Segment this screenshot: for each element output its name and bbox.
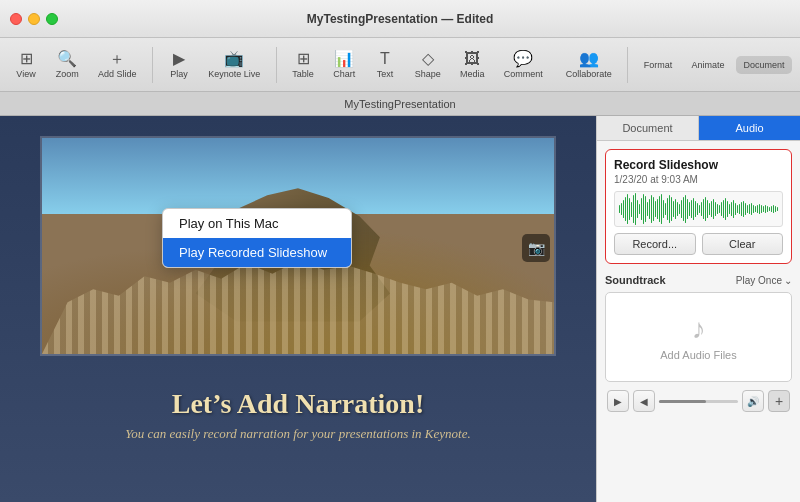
play-label: Play: [170, 69, 188, 79]
waveform-bar: [725, 198, 726, 220]
waveform-bar: [723, 200, 724, 218]
close-button[interactable]: [10, 13, 22, 25]
shape-icon: ◇: [422, 51, 434, 67]
slide-text-area: Let’s Add Narration! You can easily reco…: [0, 388, 596, 442]
text-icon: T: [380, 51, 390, 67]
play-once-select[interactable]: Play Once ⌄: [736, 275, 792, 286]
add-slide-icon: ＋: [109, 51, 125, 67]
waveform-bar: [629, 198, 630, 220]
waveform-bar: [689, 202, 690, 216]
waveform-bar: [733, 200, 734, 218]
animate-label: Animate: [691, 60, 724, 70]
waveform-bar: [675, 199, 676, 219]
record-section: Record Slideshow 1/23/20 at 9:03 AM Reco…: [605, 149, 792, 264]
waveform-bar: [705, 197, 706, 221]
add-audio-button[interactable]: +: [768, 390, 790, 412]
waveform-bar: [757, 205, 758, 213]
waveform-bar: [649, 199, 650, 219]
zoom-button[interactable]: 🔍 Zoom: [48, 47, 86, 83]
audio-files-area: ♪ Add Audio Files: [605, 292, 792, 382]
keynote-live-button[interactable]: 📺 Keynote Live: [201, 47, 268, 83]
waveform-area: [614, 191, 783, 227]
waveform-bar: [683, 197, 684, 221]
play-once-label: Play Once: [736, 275, 782, 286]
waveform-bar: [719, 205, 720, 213]
waveform-bar: [681, 200, 682, 218]
waveform-bar: [731, 202, 732, 216]
minimize-button[interactable]: [28, 13, 40, 25]
waveform-bar: [747, 205, 748, 213]
waveform-bar: [619, 205, 620, 213]
zoom-label: Zoom: [56, 69, 79, 79]
waveform-bar: [753, 205, 754, 213]
add-slide-button[interactable]: ＋ Add Slide: [90, 47, 144, 83]
collaborate-icon: 👥: [579, 51, 599, 67]
format-button[interactable]: Format: [636, 56, 680, 74]
animate-button[interactable]: Animate: [684, 56, 732, 74]
table-button[interactable]: ⊞ Table: [285, 47, 322, 83]
waveform-bar: [775, 206, 776, 212]
tab-audio[interactable]: Audio: [699, 116, 800, 140]
waveform-bar: [663, 200, 664, 218]
soundtrack-section: Soundtrack Play Once ⌄ ♪ Add Audio Files…: [605, 274, 792, 412]
shape-button[interactable]: ◇ Shape: [407, 47, 448, 83]
zoom-icon: 🔍: [57, 51, 77, 67]
play-icon: ▶: [173, 51, 185, 67]
view-icon: ⊞: [20, 51, 33, 67]
waveform-bar: [631, 202, 632, 217]
record-title: Record Slideshow: [614, 158, 783, 172]
view-label: View: [16, 69, 35, 79]
separator-2: [276, 47, 277, 83]
waveform-bar: [661, 194, 662, 224]
maximize-button[interactable]: [46, 13, 58, 25]
view-button[interactable]: ⊞ View: [8, 47, 44, 83]
camera-icon[interactable]: 📷: [522, 234, 550, 262]
slide-title: Let’s Add Narration!: [0, 388, 596, 420]
record-button[interactable]: Record...: [614, 233, 696, 255]
waveform-bar: [709, 203, 710, 215]
separator-3: [627, 47, 628, 83]
waveform-bar: [711, 201, 712, 217]
table-icon: ⊞: [297, 51, 310, 67]
waveform-bar: [699, 205, 700, 213]
volume-slider[interactable]: [659, 400, 738, 403]
waveform-bar: [687, 199, 688, 219]
waveform-bar: [667, 198, 668, 220]
dropdown-item-2[interactable]: Play Recorded Slideshow: [163, 238, 351, 267]
waveform-bar: [659, 196, 660, 222]
chart-button[interactable]: 📊 Chart: [326, 47, 363, 83]
waveform-bar: [773, 205, 774, 213]
text-label: Text: [377, 69, 394, 79]
chart-icon: 📊: [334, 51, 354, 67]
text-button[interactable]: T Text: [367, 47, 403, 83]
waveform-bar: [755, 206, 756, 212]
media-button[interactable]: 🖼 Media: [452, 47, 492, 83]
waveform-bar: [729, 204, 730, 214]
play-button[interactable]: ▶ Play: [161, 47, 197, 83]
comment-button[interactable]: 💬 Comment: [496, 47, 550, 83]
waveform-bar: [741, 202, 742, 216]
clear-button[interactable]: Clear: [702, 233, 784, 255]
collaborate-button[interactable]: 👥 Collaborate: [558, 47, 619, 83]
waveform-bar: [639, 204, 640, 214]
waveform-bar: [671, 197, 672, 221]
waveform-bar: [653, 197, 654, 221]
right-panel: Document Audio Record Slideshow 1/23/20 …: [596, 116, 800, 502]
tab-document[interactable]: Document: [597, 116, 699, 140]
waveform-bar: [695, 201, 696, 217]
waveform-bar: [721, 202, 722, 216]
toolbar: ⊞ View 🔍 Zoom ＋ Add Slide ▶ Play 📺 Keyno…: [0, 38, 800, 92]
waveform-bar: [745, 203, 746, 215]
play-ctrl-button[interactable]: ▶: [607, 390, 629, 412]
collaborate-label: Collaborate: [566, 69, 612, 79]
music-icon: ♪: [692, 313, 706, 345]
waveform-bar: [655, 201, 656, 217]
record-date: 1/23/20 at 9:03 AM: [614, 174, 783, 185]
audio-panel: Record Slideshow 1/23/20 at 9:03 AM Reco…: [597, 141, 800, 502]
waveform-bar: [771, 206, 772, 212]
dropdown-item-1[interactable]: Play on This Mac: [163, 209, 351, 238]
waveform-bar: [625, 197, 626, 221]
slide-area[interactable]: 📷 Let’s Add Narration! You can easily re…: [0, 116, 596, 502]
waveform-bar: [647, 202, 648, 216]
document-button[interactable]: Document: [736, 56, 792, 74]
